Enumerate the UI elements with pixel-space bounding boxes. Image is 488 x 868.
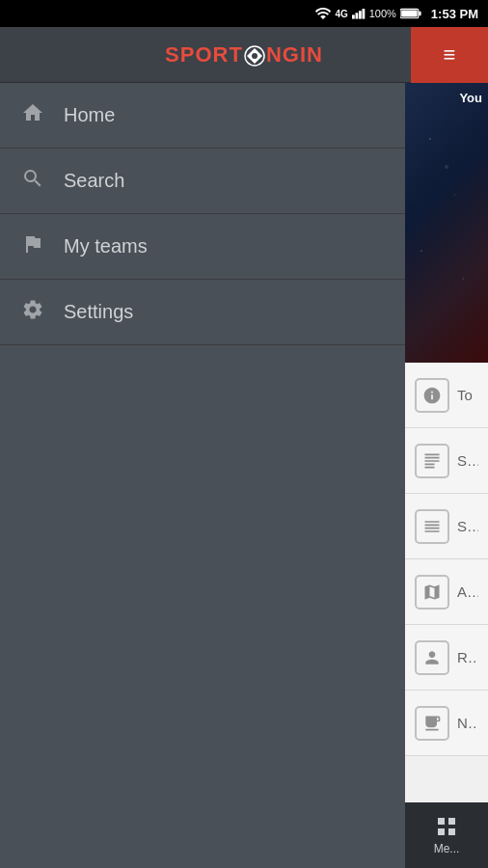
hero-area: You: [405, 83, 488, 363]
battery-icon: [400, 8, 421, 19]
status-bar: 4G 100% 1:53 PM: [0, 0, 488, 27]
my-teams-label: My teams: [64, 235, 148, 258]
map-icon: [415, 575, 449, 610]
app-logo: SPORT NGIN: [165, 42, 323, 68]
svg-rect-0: [352, 14, 355, 18]
signal-icon: [352, 8, 366, 19]
hero-text: You: [453, 83, 488, 113]
svg-rect-2: [359, 11, 362, 18]
svg-point-8: [252, 53, 258, 59]
sidebar-item-my-teams[interactable]: My teams: [0, 214, 405, 280]
settings-label: Settings: [64, 301, 133, 323]
hamburger-icon: ≡: [444, 44, 456, 66]
search-icon: [19, 167, 46, 196]
right-menu-item-news[interactable]: Ne...: [405, 691, 488, 756]
news-icon: [415, 706, 449, 741]
standings-icon: [415, 509, 449, 544]
status-time: 1:53 PM: [431, 7, 478, 21]
news-label: Ne...: [457, 715, 478, 731]
hamburger-menu-button[interactable]: ≡: [411, 27, 488, 83]
svg-rect-3: [362, 9, 365, 19]
right-menu-list: To Sc... Sta...: [405, 363, 488, 868]
schedule-label: Sc...: [457, 452, 478, 469]
bottom-bar-label: Me...: [434, 842, 460, 855]
sidebar-item-home[interactable]: Home: [0, 83, 405, 149]
right-menu-item-address[interactable]: Ad...: [405, 559, 488, 625]
grid-icon: [435, 815, 458, 838]
logo-text-main: SPORT: [165, 42, 243, 67]
address-label: Ad...: [457, 583, 478, 600]
right-menu-item-schedule[interactable]: Sc...: [405, 428, 488, 494]
info-icon: [415, 378, 449, 413]
wifi-icon: [315, 8, 331, 19]
right-panel: You To Sc...: [405, 83, 488, 868]
logo-ngin-icon: [244, 45, 265, 67]
settings-icon: [19, 298, 46, 327]
right-menu-item-to[interactable]: To: [405, 363, 488, 428]
roster-label: Ri...: [457, 649, 478, 665]
right-menu-item-roster[interactable]: Ri...: [405, 625, 488, 691]
battery-text: 100%: [369, 8, 396, 19]
sidebar-item-settings[interactable]: Settings: [0, 280, 405, 345]
home-label: Home: [64, 104, 115, 126]
data-indicator: 4G: [335, 9, 347, 19]
right-menu-item-standings[interactable]: Sta...: [405, 494, 488, 559]
home-icon: [19, 101, 46, 130]
svg-rect-1: [355, 13, 358, 18]
to-label: To: [457, 387, 473, 403]
sidebar-item-search[interactable]: Search: [0, 149, 405, 214]
status-icons: 4G 100% 1:53 PM: [315, 7, 478, 21]
roster-icon: [415, 640, 449, 675]
sidebar: Home Search My teams: [0, 83, 405, 868]
hero-background: [405, 83, 488, 363]
main-layout: Home Search My teams: [0, 83, 488, 868]
svg-rect-6: [401, 10, 418, 16]
flag-icon: [19, 232, 46, 261]
svg-rect-5: [419, 12, 420, 16]
schedule-icon: [415, 444, 449, 478]
header: SPORT NGIN ≡: [0, 27, 488, 83]
logo-text-accent: NGIN: [266, 42, 323, 67]
search-label: Search: [64, 170, 124, 192]
bottom-bar-menu[interactable]: Me...: [405, 802, 488, 868]
standings-label: Sta...: [457, 518, 478, 534]
